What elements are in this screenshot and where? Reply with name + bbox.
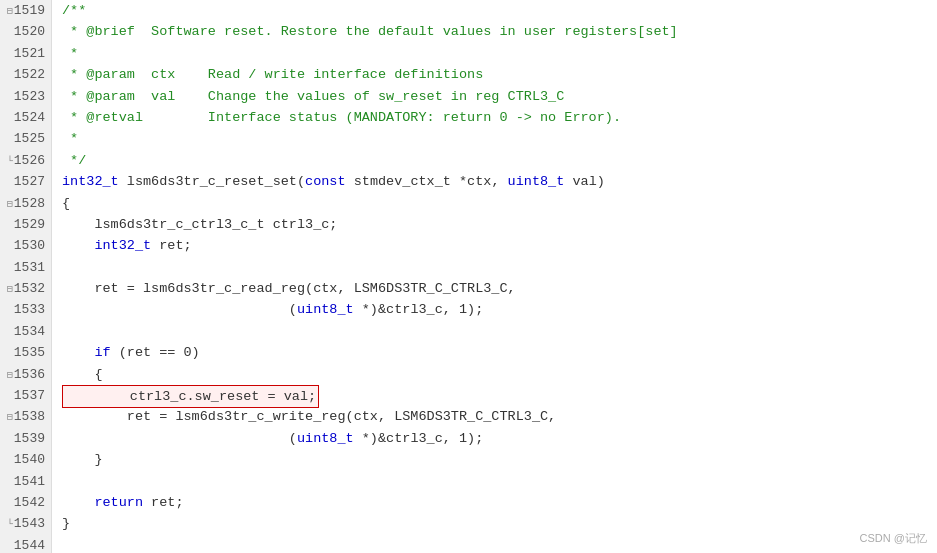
- code-segment: uint8_t: [297, 302, 354, 317]
- code-segment: [62, 238, 94, 253]
- code-line: }: [62, 449, 937, 470]
- line-number: 1533: [4, 299, 45, 320]
- code-body[interactable]: /** * @brief Software reset. Restore the…: [52, 0, 937, 553]
- code-segment: int32_t: [94, 238, 151, 253]
- code-line: lsm6ds3tr_c_ctrl3_c_t ctrl3_c;: [62, 214, 937, 235]
- code-segment: {: [62, 367, 103, 382]
- code-line: ret = lsm6ds3tr_c_write_reg(ctx, LSM6DS3…: [62, 406, 937, 427]
- code-segment: ret = lsm6ds3tr_c_write_reg(ctx, LSM6DS3…: [62, 409, 556, 424]
- line-number: └1543: [4, 513, 45, 534]
- code-segment: val): [564, 174, 605, 189]
- fold-icon-end: └: [7, 156, 13, 167]
- code-segment: }: [62, 516, 70, 531]
- code-line: [62, 471, 937, 492]
- code-line: * @retval Interface status (MANDATORY: r…: [62, 107, 937, 128]
- line-number: 1520: [4, 21, 45, 42]
- code-line: * @param val Change the values of sw_res…: [62, 86, 937, 107]
- code-segment: * @brief Software reset. Restore the def…: [62, 24, 678, 39]
- line-number: 1535: [4, 342, 45, 363]
- line-number: 1541: [4, 471, 45, 492]
- code-segment: lsm6ds3tr_c_reset_set(: [119, 174, 305, 189]
- code-segment: (: [62, 431, 297, 446]
- code-segment: (: [62, 302, 297, 317]
- code-line: {: [62, 193, 937, 214]
- code-line: int32_t lsm6ds3tr_c_reset_set(const stmd…: [62, 171, 937, 192]
- highlighted-code: ctrl3_c.sw_reset = val;: [62, 385, 319, 408]
- code-line: * @param ctx Read / write interface defi…: [62, 64, 937, 85]
- code-segment: * @param ctx Read / write interface defi…: [62, 67, 483, 82]
- line-number: 1544: [4, 535, 45, 553]
- code-line: [62, 535, 937, 553]
- code-line: int32_t ret;: [62, 235, 937, 256]
- code-line: (uint8_t *)&ctrl3_c, 1);: [62, 428, 937, 449]
- line-number: 1534: [4, 321, 45, 342]
- line-number: 1539: [4, 428, 45, 449]
- line-number: 1527: [4, 171, 45, 192]
- line-number: 1521: [4, 43, 45, 64]
- code-line: ret = lsm6ds3tr_c_read_reg(ctx, LSM6DS3T…: [62, 278, 937, 299]
- fold-icon-end: └: [7, 519, 13, 530]
- fold-icon[interactable]: ⊟: [7, 370, 13, 381]
- fold-icon[interactable]: ⊟: [7, 6, 13, 17]
- code-line: *: [62, 128, 937, 149]
- code-segment: *)&ctrl3_c, 1);: [354, 431, 484, 446]
- code-line: }: [62, 513, 937, 534]
- code-line: return ret;: [62, 492, 937, 513]
- code-segment: *: [62, 46, 78, 61]
- line-number: ⊟1528: [4, 193, 45, 214]
- line-number: 1529: [4, 214, 45, 235]
- line-number: 1523: [4, 86, 45, 107]
- code-segment: ret = lsm6ds3tr_c_read_reg(ctx, LSM6DS3T…: [62, 281, 516, 296]
- line-number: 1542: [4, 492, 45, 513]
- code-segment: *)&ctrl3_c, 1);: [354, 302, 484, 317]
- watermark: CSDN @记忆: [860, 530, 927, 547]
- line-number: ⊟1536: [4, 364, 45, 385]
- code-segment: return: [62, 495, 143, 510]
- code-segment: ret;: [143, 495, 184, 510]
- line-number: 1540: [4, 449, 45, 470]
- code-segment: }: [62, 452, 103, 467]
- code-segment: ret;: [151, 238, 192, 253]
- code-line: * @brief Software reset. Restore the def…: [62, 21, 937, 42]
- code-segment: * @retval Interface status (MANDATORY: r…: [62, 110, 621, 125]
- code-editor: ⊟1519152015211522152315241525└15261527⊟1…: [0, 0, 937, 553]
- line-number: └1526: [4, 150, 45, 171]
- code-segment: /**: [62, 3, 86, 18]
- code-line: /**: [62, 0, 937, 21]
- code-segment: if: [94, 345, 110, 360]
- fold-icon[interactable]: ⊟: [7, 199, 13, 210]
- code-segment: (ret == 0): [111, 345, 200, 360]
- code-line: (uint8_t *)&ctrl3_c, 1);: [62, 299, 937, 320]
- fold-icon[interactable]: ⊟: [7, 412, 13, 423]
- code-segment: lsm6ds3tr_c_ctrl3_c_t ctrl3_c;: [62, 217, 337, 232]
- code-line: ctrl3_c.sw_reset = val;: [62, 385, 937, 406]
- code-segment: *: [62, 131, 78, 146]
- line-number: 1524: [4, 107, 45, 128]
- line-number: ⊟1519: [4, 0, 45, 21]
- code-segment: stmdev_ctx_t *ctx,: [346, 174, 508, 189]
- line-number: ⊟1532: [4, 278, 45, 299]
- code-line: [62, 321, 937, 342]
- line-number: 1530: [4, 235, 45, 256]
- code-line: if (ret == 0): [62, 342, 937, 363]
- fold-icon[interactable]: ⊟: [7, 284, 13, 295]
- line-numbers: ⊟1519152015211522152315241525└15261527⊟1…: [0, 0, 52, 553]
- code-segment: const: [305, 174, 346, 189]
- line-number: 1522: [4, 64, 45, 85]
- line-number: 1525: [4, 128, 45, 149]
- code-segment: int32_t: [62, 174, 119, 189]
- code-segment: {: [62, 196, 70, 211]
- line-number: 1537: [4, 385, 45, 406]
- code-segment: */: [62, 153, 86, 168]
- code-segment: uint8_t: [297, 431, 354, 446]
- code-segment: * @param val Change the values of sw_res…: [62, 89, 564, 104]
- code-line: {: [62, 364, 937, 385]
- code-segment: uint8_t: [508, 174, 565, 189]
- code-line: *: [62, 43, 937, 64]
- code-segment: [62, 345, 94, 360]
- line-number: 1531: [4, 257, 45, 278]
- code-line: [62, 257, 937, 278]
- line-number: ⊟1538: [4, 406, 45, 427]
- code-line: */: [62, 150, 937, 171]
